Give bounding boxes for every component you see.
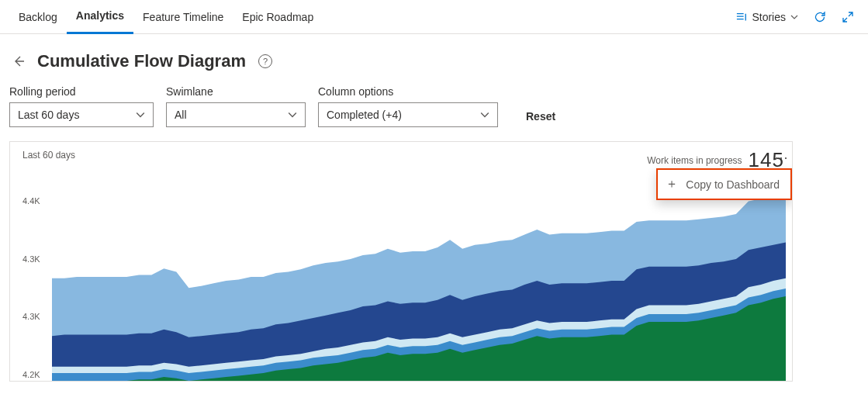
rolling-period-value: Last 60 days <box>18 109 79 121</box>
chevron-down-icon <box>790 13 798 21</box>
column-options-value: Completed (+4) <box>327 109 402 121</box>
tab-epic-roadmap[interactable]: Epic Roadmap <box>233 0 323 34</box>
more-actions-button[interactable]: ⋯ <box>773 150 789 165</box>
ytick: 4.2K <box>22 370 40 381</box>
chevron-down-icon <box>480 110 489 119</box>
refresh-button[interactable] <box>809 6 831 28</box>
back-button[interactable] <box>9 52 28 71</box>
rolling-period-dropdown[interactable]: Last 60 days <box>9 102 154 127</box>
backlog-level-dropdown[interactable]: Stories <box>731 8 803 26</box>
metric-label: Work items in progress <box>647 155 742 166</box>
chevron-down-icon <box>288 110 297 119</box>
arrow-left-icon <box>12 55 25 67</box>
copy-to-dashboard-menu-item[interactable]: ＋ Copy to Dashboard <box>656 168 792 200</box>
rolling-period-label: Rolling period <box>9 85 154 98</box>
tab-bar: Backlog Analytics Feature Timeline Epic … <box>0 0 868 34</box>
refresh-icon <box>814 11 826 23</box>
reset-button[interactable]: Reset <box>520 105 562 127</box>
swimlane-dropdown[interactable]: All <box>166 102 306 127</box>
expand-icon <box>842 11 854 23</box>
swimlane-label: Swimlane <box>166 85 306 98</box>
backlog-level-label: Stories <box>752 11 786 23</box>
copy-to-dashboard-label: Copy to Dashboard <box>686 178 780 191</box>
column-options-label: Column options <box>318 85 498 98</box>
filter-row: Rolling period Last 60 days Swimlane All… <box>0 78 868 141</box>
column-options-dropdown[interactable]: Completed (+4) <box>318 102 498 127</box>
page-header: Cumulative Flow Diagram ? <box>0 34 868 78</box>
ytick: 4.3K <box>22 312 40 323</box>
tab-analytics[interactable]: Analytics <box>67 0 133 34</box>
fullscreen-button[interactable] <box>837 6 859 28</box>
swimlane-value: All <box>175 109 187 121</box>
list-icon <box>736 12 747 22</box>
ytick: 4.4K <box>22 196 40 207</box>
chevron-down-icon <box>136 110 145 119</box>
tab-feature-timeline[interactable]: Feature Timeline <box>133 0 233 34</box>
chart-card: Last 60 days Work items in progress 145 … <box>9 141 793 382</box>
chart-subtitle: Last 60 days <box>22 150 75 161</box>
help-button[interactable]: ? <box>258 54 272 68</box>
chart-area <box>52 188 786 381</box>
plus-icon: ＋ <box>666 176 678 192</box>
y-axis-ticks: 4.4K 4.3K 4.3K 4.2K <box>22 196 40 381</box>
ytick: 4.3K <box>22 254 40 265</box>
page-title: Cumulative Flow Diagram <box>37 51 246 71</box>
cumulative-flow-chart <box>52 188 786 381</box>
tab-backlog[interactable]: Backlog <box>9 0 67 34</box>
